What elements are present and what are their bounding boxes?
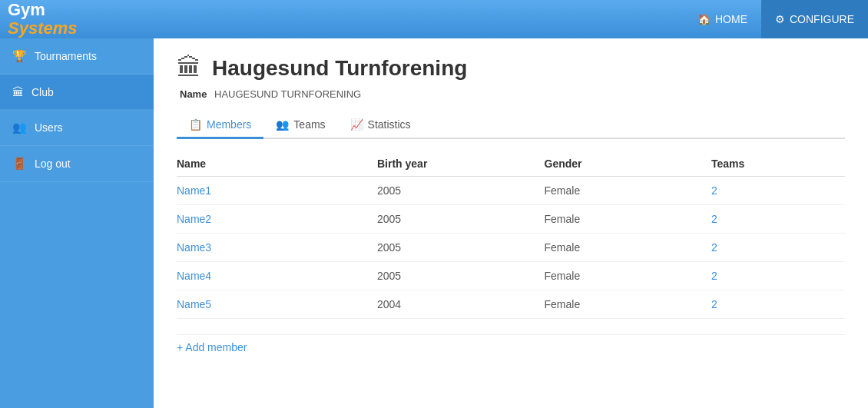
club-name-value: HAUGESUND TURNFORENING [214,88,361,100]
tab-statistics-label: Statistics [368,118,411,131]
logo-systems: Systems [8,19,78,38]
cell-birth-0: 2005 [377,177,545,205]
col-header-teams: Teams [711,151,845,177]
logo: Gym Systems [8,1,78,38]
cell-teams-4: 2 [711,290,845,319]
cell-name-0[interactable]: Name1 [177,177,377,205]
cell-birth-4: 2004 [377,290,545,319]
sidebar-label-tournaments: Tournaments [35,50,97,62]
cell-gender-3: Female [545,262,712,290]
table-row: Name1 2005 Female 2 [177,177,845,205]
page-title-row: 🏛 Haugesund Turnforening [177,54,845,82]
page-title-icon: 🏛 [177,54,201,82]
cell-gender-1: Female [545,205,712,234]
col-header-name: Name [177,151,377,177]
club-name-row: Name HAUGESUND TURNFORENING [177,88,845,100]
cell-birth-1: 2005 [377,205,545,234]
page-title: Haugesund Turnforening [212,56,467,81]
statistics-tab-icon: 📈 [350,118,363,131]
cell-name-2[interactable]: Name3 [177,234,377,262]
cell-birth-2: 2005 [377,234,545,262]
table-row: Name4 2005 Female 2 [177,262,845,290]
add-member-button[interactable]: + Add member [177,341,247,353]
tournaments-icon: 🏆 [12,49,27,63]
sidebar-label-club: Club [31,86,54,98]
cell-name-1[interactable]: Name2 [177,205,377,234]
col-header-gender: Gender [545,151,712,177]
cell-teams-0: 2 [711,177,845,205]
layout: 🏆 Tournaments 🏛 Club 👥 Users 🚪 Log out 🏛… [0,38,868,408]
cell-teams-2: 2 [711,234,845,262]
table-row: Name2 2005 Female 2 [177,205,845,234]
sidebar-item-club[interactable]: 🏛 Club [0,75,154,110]
sidebar-label-users: Users [35,121,63,134]
table-row: Name3 2005 Female 2 [177,234,845,262]
tab-members[interactable]: 📋 Members [177,112,263,139]
table-header-row: Name Birth year Gender Teams [177,151,845,177]
tab-teams-label: Teams [293,118,325,131]
sidebar-item-users[interactable]: 👥 Users [0,110,154,146]
main-content: 🏛 Haugesund Turnforening Name HAUGESUND … [154,38,868,408]
cell-gender-0: Female [545,177,712,205]
home-icon: 🏠 [697,13,711,25]
tab-statistics[interactable]: 📈 Statistics [338,112,423,139]
configure-icon: ⚙ [775,13,785,25]
cell-name-4[interactable]: Name5 [177,290,377,319]
club-icon: 🏛 [12,85,24,98]
header-nav: 🏠 HOME ⚙ CONFIGURE [684,0,868,38]
cell-teams-1: 2 [711,205,845,234]
members-table: Name Birth year Gender Teams Name1 2005 … [177,151,845,319]
home-nav-item[interactable]: 🏠 HOME [684,0,761,38]
logout-icon: 🚪 [12,157,27,171]
home-label: HOME [715,13,747,25]
table-row: Name5 2004 Female 2 [177,290,845,319]
cell-gender-2: Female [545,234,712,262]
tab-members-label: Members [207,118,251,131]
sidebar: 🏆 Tournaments 🏛 Club 👥 Users 🚪 Log out [0,38,154,408]
sidebar-item-logout[interactable]: 🚪 Log out [0,146,154,182]
teams-tab-icon: 👥 [276,118,289,131]
cell-teams-3: 2 [711,262,845,290]
club-name-label: Name [180,88,207,100]
cell-gender-4: Female [545,290,712,319]
configure-nav-item[interactable]: ⚙ CONFIGURE [761,0,868,38]
logo-gym: Gym [8,1,78,19]
sidebar-item-tournaments[interactable]: 🏆 Tournaments [0,38,154,75]
add-member-row: + Add member [177,334,845,360]
members-tab-icon: 📋 [189,118,202,131]
tabs-bar: 📋 Members 👥 Teams 📈 Statistics [177,112,845,139]
cell-name-3[interactable]: Name4 [177,262,377,290]
col-header-birth: Birth year [377,151,545,177]
configure-label: CONFIGURE [790,13,854,25]
users-icon: 👥 [12,121,27,134]
header: Gym Systems 🏠 HOME ⚙ CONFIGURE [0,0,868,38]
sidebar-label-logout: Log out [35,158,71,170]
cell-birth-3: 2005 [377,262,545,290]
tab-teams[interactable]: 👥 Teams [263,112,337,139]
